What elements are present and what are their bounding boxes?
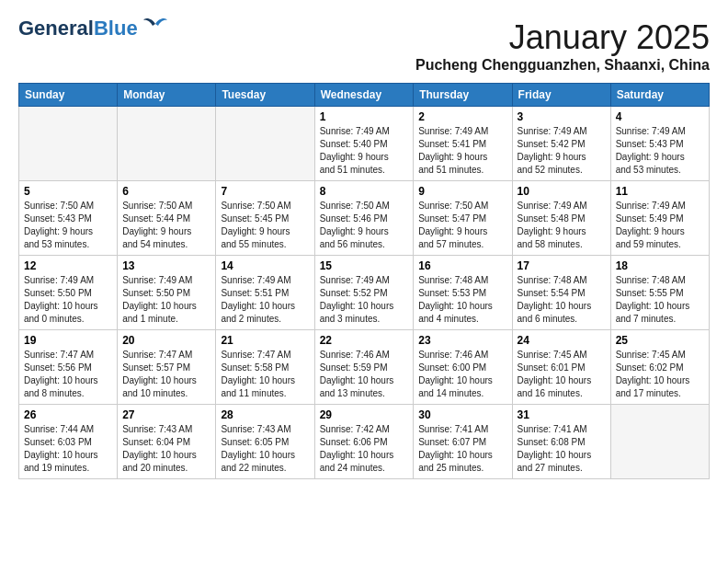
calendar-cell: 16Sunrise: 7:48 AM Sunset: 5:53 PM Dayli… xyxy=(414,256,512,330)
day-number: 9 xyxy=(418,185,506,198)
day-info: Sunrise: 7:46 AM Sunset: 5:59 PM Dayligh… xyxy=(320,349,409,400)
calendar-cell: 20Sunrise: 7:47 AM Sunset: 5:57 PM Dayli… xyxy=(118,330,216,405)
calendar-cell: 3Sunrise: 7:49 AM Sunset: 5:42 PM Daylig… xyxy=(512,107,610,181)
location: Pucheng Chengguanzhen, Shaanxi, China xyxy=(415,57,710,74)
day-info: Sunrise: 7:49 AM Sunset: 5:50 PM Dayligh… xyxy=(122,274,210,326)
day-number: 30 xyxy=(418,408,506,421)
day-info: Sunrise: 7:49 AM Sunset: 5:51 PM Dayligh… xyxy=(221,274,309,326)
day-number: 16 xyxy=(418,259,506,272)
calendar-cell: 28Sunrise: 7:43 AM Sunset: 6:05 PM Dayli… xyxy=(216,405,314,479)
day-number: 22 xyxy=(320,334,409,347)
day-info: Sunrise: 7:49 AM Sunset: 5:50 PM Dayligh… xyxy=(24,274,112,326)
day-number: 17 xyxy=(518,259,606,272)
day-info: Sunrise: 7:49 AM Sunset: 5:52 PM Dayligh… xyxy=(320,274,409,326)
day-info: Sunrise: 7:49 AM Sunset: 5:40 PM Dayligh… xyxy=(320,125,409,177)
day-number: 7 xyxy=(221,185,309,198)
day-info: Sunrise: 7:41 AM Sunset: 6:08 PM Dayligh… xyxy=(518,423,606,475)
calendar-cell: 23Sunrise: 7:46 AM Sunset: 6:00 PM Dayli… xyxy=(414,330,512,405)
calendar-cell: 18Sunrise: 7:48 AM Sunset: 5:55 PM Dayli… xyxy=(610,256,709,330)
day-number: 26 xyxy=(24,408,112,421)
day-info: Sunrise: 7:49 AM Sunset: 5:43 PM Dayligh… xyxy=(616,125,704,177)
week-row-2: 5Sunrise: 7:50 AM Sunset: 5:43 PM Daylig… xyxy=(19,181,710,256)
calendar-cell: 19Sunrise: 7:47 AM Sunset: 5:56 PM Dayli… xyxy=(19,330,118,405)
calendar-cell: 13Sunrise: 7:49 AM Sunset: 5:50 PM Dayli… xyxy=(118,256,216,330)
day-number: 8 xyxy=(320,185,409,198)
calendar-cell: 11Sunrise: 7:49 AM Sunset: 5:49 PM Dayli… xyxy=(610,181,709,256)
week-row-4: 19Sunrise: 7:47 AM Sunset: 5:56 PM Dayli… xyxy=(19,330,710,405)
calendar-table: SundayMondayTuesdayWednesdayThursdayFrid… xyxy=(18,83,710,479)
calendar-cell: 31Sunrise: 7:41 AM Sunset: 6:08 PM Dayli… xyxy=(512,405,610,479)
day-number: 13 xyxy=(122,259,210,272)
calendar-cell: 12Sunrise: 7:49 AM Sunset: 5:50 PM Dayli… xyxy=(19,256,118,330)
calendar-cell: 21Sunrise: 7:47 AM Sunset: 5:58 PM Dayli… xyxy=(216,330,314,405)
day-number: 11 xyxy=(616,185,704,198)
day-number: 12 xyxy=(24,259,112,272)
calendar-cell: 17Sunrise: 7:48 AM Sunset: 5:54 PM Dayli… xyxy=(512,256,610,330)
day-number: 10 xyxy=(518,185,606,198)
calendar-cell xyxy=(19,107,118,181)
day-info: Sunrise: 7:49 AM Sunset: 5:41 PM Dayligh… xyxy=(418,125,506,177)
calendar-cell: 25Sunrise: 7:45 AM Sunset: 6:02 PM Dayli… xyxy=(610,330,709,405)
day-number: 4 xyxy=(616,110,704,123)
day-info: Sunrise: 7:49 AM Sunset: 5:42 PM Dayligh… xyxy=(518,125,606,177)
day-info: Sunrise: 7:50 AM Sunset: 5:47 PM Dayligh… xyxy=(418,200,506,251)
day-info: Sunrise: 7:45 AM Sunset: 6:02 PM Dayligh… xyxy=(616,349,704,400)
header-friday: Friday xyxy=(512,84,610,107)
day-number: 29 xyxy=(320,408,409,421)
day-info: Sunrise: 7:45 AM Sunset: 6:01 PM Dayligh… xyxy=(518,349,606,400)
day-number: 23 xyxy=(418,334,506,347)
day-info: Sunrise: 7:41 AM Sunset: 6:07 PM Dayligh… xyxy=(418,423,506,475)
header-wednesday: Wednesday xyxy=(314,84,414,107)
day-number: 24 xyxy=(518,334,606,347)
day-info: Sunrise: 7:50 AM Sunset: 5:43 PM Dayligh… xyxy=(24,200,112,251)
day-info: Sunrise: 7:48 AM Sunset: 5:53 PM Dayligh… xyxy=(418,274,506,326)
header-thursday: Thursday xyxy=(414,84,512,107)
day-number: 15 xyxy=(320,259,409,272)
week-row-1: 1Sunrise: 7:49 AM Sunset: 5:40 PM Daylig… xyxy=(19,107,710,181)
day-number: 19 xyxy=(24,334,112,347)
calendar-cell: 27Sunrise: 7:43 AM Sunset: 6:04 PM Dayli… xyxy=(118,405,216,479)
header-monday: Monday xyxy=(118,84,216,107)
day-number: 20 xyxy=(122,334,210,347)
calendar-cell: 29Sunrise: 7:42 AM Sunset: 6:06 PM Dayli… xyxy=(314,405,414,479)
day-info: Sunrise: 7:49 AM Sunset: 5:49 PM Dayligh… xyxy=(616,200,704,251)
day-info: Sunrise: 7:47 AM Sunset: 5:56 PM Dayligh… xyxy=(24,349,112,400)
day-info: Sunrise: 7:46 AM Sunset: 6:00 PM Dayligh… xyxy=(418,349,506,400)
day-info: Sunrise: 7:47 AM Sunset: 5:58 PM Dayligh… xyxy=(221,349,309,400)
calendar-cell: 2Sunrise: 7:49 AM Sunset: 5:41 PM Daylig… xyxy=(414,107,512,181)
day-number: 21 xyxy=(221,334,309,347)
calendar-cell: 4Sunrise: 7:49 AM Sunset: 5:43 PM Daylig… xyxy=(610,107,709,181)
day-info: Sunrise: 7:48 AM Sunset: 5:55 PM Dayligh… xyxy=(616,274,704,326)
calendar-cell xyxy=(216,107,314,181)
day-number: 31 xyxy=(518,408,606,421)
day-number: 6 xyxy=(122,185,210,198)
day-info: Sunrise: 7:50 AM Sunset: 5:46 PM Dayligh… xyxy=(320,200,409,251)
day-info: Sunrise: 7:50 AM Sunset: 5:44 PM Dayligh… xyxy=(122,200,210,251)
day-info: Sunrise: 7:49 AM Sunset: 5:48 PM Dayligh… xyxy=(518,200,606,251)
day-number: 28 xyxy=(221,408,309,421)
calendar-cell: 6Sunrise: 7:50 AM Sunset: 5:44 PM Daylig… xyxy=(118,181,216,256)
day-info: Sunrise: 7:43 AM Sunset: 6:05 PM Dayligh… xyxy=(221,423,309,475)
day-info: Sunrise: 7:42 AM Sunset: 6:06 PM Dayligh… xyxy=(320,423,409,475)
day-info: Sunrise: 7:47 AM Sunset: 5:57 PM Dayligh… xyxy=(122,349,210,400)
day-number: 25 xyxy=(616,334,704,347)
header-sunday: Sunday xyxy=(19,84,118,107)
calendar-cell: 5Sunrise: 7:50 AM Sunset: 5:43 PM Daylig… xyxy=(19,181,118,256)
header-saturday: Saturday xyxy=(610,84,709,107)
calendar-cell: 8Sunrise: 7:50 AM Sunset: 5:46 PM Daylig… xyxy=(314,181,414,256)
calendar-cell: 10Sunrise: 7:49 AM Sunset: 5:48 PM Dayli… xyxy=(512,181,610,256)
day-info: Sunrise: 7:43 AM Sunset: 6:04 PM Dayligh… xyxy=(122,423,210,475)
week-row-5: 26Sunrise: 7:44 AM Sunset: 6:03 PM Dayli… xyxy=(19,405,710,479)
calendar-cell: 30Sunrise: 7:41 AM Sunset: 6:07 PM Dayli… xyxy=(414,405,512,479)
day-info: Sunrise: 7:44 AM Sunset: 6:03 PM Dayligh… xyxy=(24,423,112,475)
calendar-cell: 1Sunrise: 7:49 AM Sunset: 5:40 PM Daylig… xyxy=(314,107,414,181)
title-block: January 2025 Pucheng Chengguanzhen, Shaa… xyxy=(415,18,710,74)
day-number: 27 xyxy=(122,408,210,421)
month-title: January 2025 xyxy=(415,18,710,57)
weekday-header-row: SundayMondayTuesdayWednesdayThursdayFrid… xyxy=(19,84,710,107)
calendar-cell: 24Sunrise: 7:45 AM Sunset: 6:01 PM Dayli… xyxy=(512,330,610,405)
calendar-cell: 22Sunrise: 7:46 AM Sunset: 5:59 PM Dayli… xyxy=(314,330,414,405)
calendar-cell xyxy=(610,405,709,479)
calendar-cell: 15Sunrise: 7:49 AM Sunset: 5:52 PM Dayli… xyxy=(314,256,414,330)
header-tuesday: Tuesday xyxy=(216,84,314,107)
